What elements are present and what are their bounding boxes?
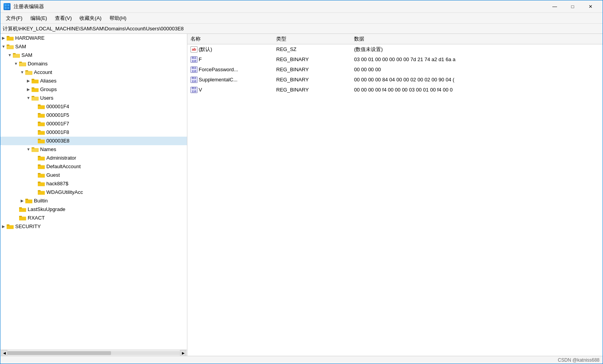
- tree-node-lastsku[interactable]: LastSkuUpgrade: [0, 205, 187, 214]
- tree-node-rxact[interactable]: RXACT: [0, 214, 187, 222]
- statusbar: CSDN @katniss688: [0, 356, 603, 364]
- node-label: Account: [34, 68, 52, 77]
- tree-node-account[interactable]: ▼ Account: [0, 68, 187, 77]
- svg-rect-39: [38, 156, 41, 157]
- node-label: 000001F8: [46, 128, 69, 137]
- tree-node-user1f4[interactable]: 000001F4: [0, 102, 187, 111]
- cell-name: 011110SupplementalC...: [187, 75, 273, 85]
- node-label: Guest: [46, 171, 60, 179]
- table-row[interactable]: ab(默认) REG_SZ (数值未设置): [187, 44, 603, 55]
- menu-favorites[interactable]: 收藏夹(A): [76, 13, 105, 23]
- close-button[interactable]: ✕: [582, 0, 599, 13]
- expander-icon[interactable]: ▶: [0, 35, 7, 41]
- addressbar: 计算机\HKEY_LOCAL_MACHINE\SAM\SAM\Domains\A…: [0, 24, 603, 34]
- tree-node-builtin[interactable]: ▶ Builtin: [0, 197, 187, 205]
- expander-spacer: [32, 155, 38, 161]
- table-row[interactable]: 011110V REG_BINARY 00 00 00 00 f4 00 00 …: [187, 85, 603, 95]
- svg-rect-30: [38, 122, 41, 123]
- tree-node-users[interactable]: ▼ Users: [0, 94, 187, 102]
- tree-node-user1f8[interactable]: 000001F8: [0, 128, 187, 137]
- svg-rect-3: [7, 7, 9, 9]
- expander-icon[interactable]: ▼: [13, 61, 19, 67]
- expander-icon[interactable]: ▼: [25, 146, 32, 153]
- node-label: Names: [40, 145, 56, 154]
- tree-node-user1f7[interactable]: 000001F7: [0, 120, 187, 128]
- hscroll-left-arrow[interactable]: ◀: [1, 350, 7, 356]
- expander-icon[interactable]: ▼: [25, 95, 32, 101]
- minimize-button[interactable]: —: [546, 0, 564, 13]
- binary-icon: 011110: [190, 77, 197, 83]
- app-icon: [4, 3, 11, 10]
- detail-table-scroll[interactable]: 名称 类型 数据 ab(默认) REG_SZ (数值未设置) 011110F R…: [187, 34, 603, 356]
- cell-data: (数值未设置): [351, 44, 603, 55]
- expander-spacer: [32, 129, 38, 135]
- svg-rect-2: [5, 7, 7, 9]
- svg-rect-17: [26, 71, 32, 74]
- hscroll-track[interactable]: [7, 351, 180, 355]
- expander-spacer: [32, 138, 38, 144]
- tree-node-aliases[interactable]: ▶ Aliases: [0, 77, 187, 85]
- tree-node-wdag[interactable]: WDAGUtilityAcc: [0, 188, 187, 197]
- menu-help[interactable]: 帮助(H): [106, 13, 130, 23]
- expander-icon[interactable]: ▼: [7, 52, 13, 58]
- node-label: HARDWARE: [15, 34, 44, 42]
- tree-node-names[interactable]: ▼ Names: [0, 145, 187, 154]
- svg-rect-11: [13, 54, 19, 57]
- cell-type: REG_BINARY: [273, 85, 351, 95]
- tree-node-security[interactable]: ▶ SECURITY: [0, 222, 187, 231]
- tree-node-hardware[interactable]: ▶ HARDWARE: [0, 34, 187, 42]
- maximize-button[interactable]: □: [564, 0, 582, 13]
- expander-icon[interactable]: ▶: [19, 198, 25, 204]
- hscroll-right-arrow[interactable]: ▶: [180, 350, 186, 356]
- svg-rect-18: [32, 79, 39, 83]
- svg-rect-31: [38, 131, 45, 135]
- expander-spacer: [13, 215, 19, 221]
- menu-edit[interactable]: 编辑(E): [26, 13, 51, 23]
- svg-rect-4: [7, 37, 14, 40]
- expander-icon[interactable]: ▼: [0, 44, 7, 50]
- node-label: Groups: [40, 85, 57, 94]
- expander-spacer: [32, 121, 38, 127]
- svg-rect-45: [38, 182, 41, 183]
- cell-data: 03 00 01 00 00 00 00 00 7d 21 74 a2 d1 6…: [351, 55, 603, 65]
- titlebar: 注册表编辑器 — □ ✕: [0, 0, 603, 13]
- svg-rect-29: [38, 122, 45, 126]
- registry-table: 名称 类型 数据 ab(默认) REG_SZ (数值未设置) 011110F R…: [187, 34, 603, 95]
- tree-node-groups[interactable]: ▶ Groups: [0, 85, 187, 94]
- node-label: RXACT: [28, 214, 45, 222]
- node-label: 000001F7: [46, 120, 69, 128]
- tree-scroll[interactable]: ▶ HARDWARE▼ SAM▼ SAM▼ Domains▼ Account▶ …: [0, 34, 187, 350]
- table-row[interactable]: 011110F REG_BINARY 03 00 01 00 00 00 00 …: [187, 55, 603, 65]
- expander-icon[interactable]: ▶: [0, 223, 7, 230]
- expander-spacer: [32, 104, 38, 110]
- node-label: 000003E8: [46, 137, 69, 145]
- tree-node-user3e8[interactable]: 000003E8: [0, 137, 187, 145]
- cell-data: 00 00 00 00 f4 00 00 00 03 00 01 00 f4 0…: [351, 85, 603, 95]
- expander-spacer: [32, 181, 38, 187]
- tree-node-sam1[interactable]: ▼ SAM: [0, 42, 187, 51]
- expander-icon[interactable]: ▶: [25, 78, 32, 84]
- tree-node-domains[interactable]: ▼ Domains: [0, 60, 187, 68]
- tree-node-user1f5[interactable]: 000001F5: [0, 111, 187, 120]
- address-path: 计算机\HKEY_LOCAL_MACHINE\SAM\SAM\Domains\A…: [3, 25, 184, 32]
- svg-rect-23: [32, 96, 34, 97]
- value-name: V: [199, 86, 202, 94]
- tree-hscroll: ◀ ▶: [0, 350, 187, 356]
- tree-node-sam2[interactable]: ▼ SAM: [0, 51, 187, 60]
- node-label: SAM: [15, 42, 26, 51]
- svg-rect-55: [7, 225, 9, 226]
- table-row[interactable]: 011110ForcePassword... REG_BINARY 00 00 …: [187, 65, 603, 75]
- expander-icon[interactable]: ▼: [19, 69, 25, 76]
- svg-rect-36: [32, 148, 34, 149]
- expander-icon[interactable]: ▶: [25, 86, 32, 93]
- svg-rect-53: [19, 216, 22, 217]
- menu-file[interactable]: 文件(F): [2, 13, 26, 23]
- tree-node-hack[interactable]: hack887$: [0, 179, 187, 188]
- tree-node-guest[interactable]: Guest: [0, 171, 187, 179]
- menu-view[interactable]: 查看(V): [51, 13, 76, 23]
- tree-node-defacc[interactable]: DefaultAccount: [0, 162, 187, 171]
- tree-node-admin[interactable]: Administrator: [0, 154, 187, 162]
- svg-rect-50: [19, 208, 26, 212]
- main-window: 注册表编辑器 — □ ✕ 文件(F) 编辑(E) 查看(V) 收藏夹(A) 帮助…: [0, 0, 603, 364]
- table-row[interactable]: 011110SupplementalC... REG_BINARY 00 00 …: [187, 75, 603, 85]
